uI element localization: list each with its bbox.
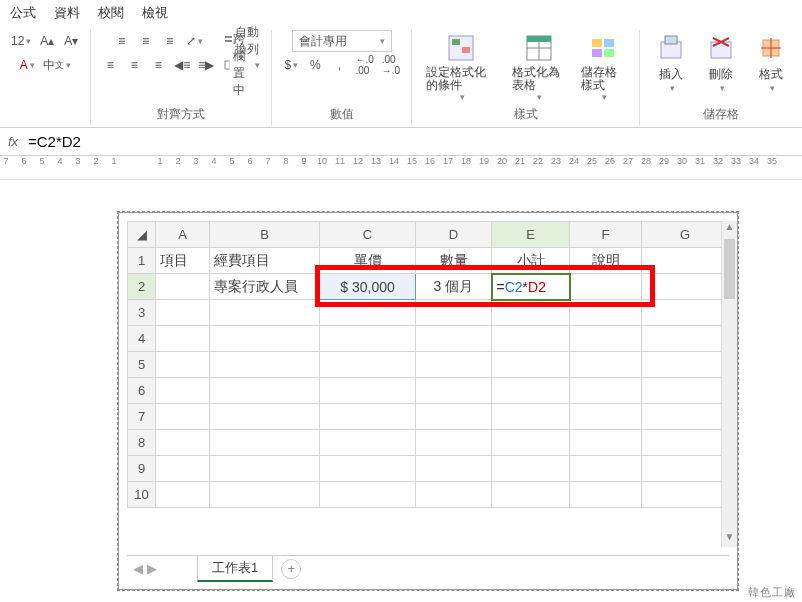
table-row: 3 [128,300,729,326]
scroll-up-icon[interactable]: ▲ [722,221,737,237]
scroll-down-icon[interactable]: ▼ [722,531,737,547]
font-size-select[interactable]: 12▾ [8,30,34,52]
cell-c2[interactable]: $ 30,000 [320,274,416,300]
number-group-label: 數值 [280,106,403,123]
menu-formulas[interactable]: 公式 [10,4,36,22]
col-header[interactable]: E [492,222,570,248]
merge-center-button[interactable]: 跨欄置中▾ [221,54,263,76]
formula-bar: fx [0,128,802,156]
currency-icon[interactable]: $▾ [280,54,302,76]
cell[interactable] [156,274,210,300]
cell[interactable]: 說明 [570,248,642,274]
cell[interactable]: 經費項目 [210,248,320,274]
number-format-select[interactable]: 會計專用▾ [292,30,392,52]
cell[interactable] [642,274,729,300]
delete-button[interactable]: 刪除▾ [698,30,744,95]
col-header[interactable]: C [320,222,416,248]
row-header[interactable]: 2 [128,274,156,300]
insert-button[interactable]: 插入▾ [648,30,694,95]
row-header[interactable]: 1 [128,248,156,274]
format-as-table-icon [523,32,555,64]
col-header[interactable]: D [416,222,492,248]
format-as-table-button[interactable]: 格式化為表格▾ [506,30,571,104]
col-header[interactable]: G [642,222,729,248]
cell[interactable]: 專案行政人員 [210,274,320,300]
decrease-decimal-icon[interactable]: .00→.0 [379,54,403,76]
align-top-icon[interactable]: ≡ [111,30,133,52]
sheet-tab[interactable]: 工作表1 [197,556,273,582]
table-row: 10 [128,482,729,508]
cell-e2-active[interactable]: =C2*D2 [492,274,570,300]
sheet-tabs: ◀ ▶ 工作表1 + [127,555,729,581]
format-button[interactable]: 格式▾ [748,30,794,95]
table-row: 9 [128,456,729,482]
svg-rect-12 [604,39,614,47]
ribbon-group-font: 12▾ A▴ A▾ A▾ 中文▾ [0,30,91,125]
table-row: 8 [128,430,729,456]
cell-styles-button[interactable]: 儲存格樣式▾ [575,30,631,104]
cell[interactable] [642,248,729,274]
row-header[interactable]: 5 [128,352,156,378]
cell[interactable]: 單價 [320,248,416,274]
indent-decrease-icon[interactable]: ◀≡ [171,54,193,76]
conditional-format-button[interactable]: 設定格式化的條件▾ [420,30,502,104]
align-middle-icon[interactable]: ≡ [135,30,157,52]
tab-nav-next-icon[interactable]: ▶ [147,561,157,576]
row-header[interactable]: 9 [128,456,156,482]
ribbon-group-alignment: ≡ ≡ ≡ ⤢▾ ≡ ≡ ≡ ◀≡ ≡▶ 自動換列 [91,30,272,125]
vertical-scrollbar[interactable]: ▲ ▼ [721,221,737,547]
page-frame: ◢ A B C D E F G 1 項目 經費項目 單價 數量 小計 說明 [118,212,738,590]
increase-font-icon[interactable]: A▴ [36,30,58,52]
cell[interactable] [570,274,642,300]
align-center-icon[interactable]: ≡ [123,54,145,76]
col-header[interactable]: A [156,222,210,248]
align-left-icon[interactable]: ≡ [99,54,121,76]
indent-increase-icon[interactable]: ≡▶ [195,54,217,76]
decrease-font-icon[interactable]: A▾ [60,30,82,52]
phonetic-guide-icon[interactable]: 中文▾ [40,54,74,76]
row-header[interactable]: 3 [128,300,156,326]
comma-icon[interactable]: , [328,54,350,76]
svg-rect-13 [592,49,602,57]
cell[interactable]: 項目 [156,248,210,274]
ribbon-group-styles: 設定格式化的條件▾ 格式化為表格▾ 儲存格樣式▾ 樣式 [412,30,640,125]
scroll-thumb[interactable] [724,239,735,299]
formula-input[interactable] [22,131,798,152]
insert-icon [655,32,687,64]
select-all-corner[interactable]: ◢ [128,222,156,248]
svg-rect-14 [604,49,614,57]
svg-rect-16 [665,36,677,44]
menu-review[interactable]: 校閱 [98,4,124,22]
row-header[interactable]: 4 [128,326,156,352]
cell[interactable]: 數量 [416,248,492,274]
spreadsheet-grid[interactable]: ◢ A B C D E F G 1 項目 經費項目 單價 數量 小計 說明 [127,221,729,547]
row-header[interactable]: 7 [128,404,156,430]
fx-icon[interactable]: fx [4,134,22,149]
conditional-format-icon [445,32,477,64]
cell[interactable]: 小計 [492,248,570,274]
row-header[interactable]: 6 [128,378,156,404]
format-icon [755,32,787,64]
svg-rect-0 [225,36,231,38]
menu-view[interactable]: 檢視 [142,4,168,22]
svg-rect-5 [452,39,460,45]
ribbon-group-cells: 插入▾ 刪除▾ 格式▾ 儲存格 [640,30,802,125]
cell-d2[interactable]: 3 個月 [416,274,492,300]
page-area: ◢ A B C D E F G 1 項目 經費項目 單價 數量 小計 說明 [0,180,802,602]
orientation-icon[interactable]: ⤢▾ [183,30,206,52]
increase-decimal-icon[interactable]: ←.0.00 [352,54,376,76]
font-color-icon[interactable]: A▾ [16,54,38,76]
percent-icon[interactable]: % [304,54,326,76]
horizontal-ruler: 7654321123456789101112131415161718192021… [0,156,802,180]
menu-data[interactable]: 資料 [54,4,80,22]
table-row: 6 [128,378,729,404]
row-header[interactable]: 8 [128,430,156,456]
align-bottom-icon[interactable]: ≡ [159,30,181,52]
svg-rect-6 [462,47,470,53]
col-header[interactable]: F [570,222,642,248]
tab-nav-prev-icon[interactable]: ◀ [133,561,143,576]
add-sheet-icon[interactable]: + [281,559,301,579]
align-right-icon[interactable]: ≡ [147,54,169,76]
row-header[interactable]: 10 [128,482,156,508]
col-header[interactable]: B [210,222,320,248]
